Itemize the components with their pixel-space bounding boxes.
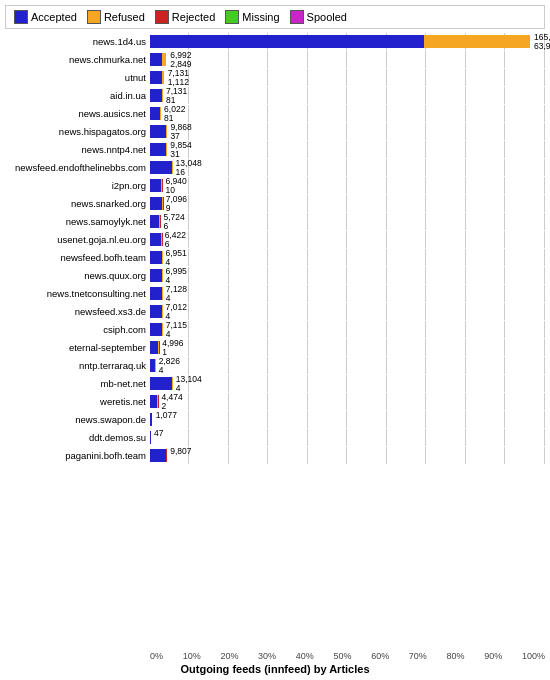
grid-bg bbox=[150, 267, 545, 284]
bar-accepted bbox=[150, 287, 162, 300]
row-label: csiph.com bbox=[5, 324, 150, 335]
row-label: eternal-september bbox=[5, 342, 150, 353]
row-label: newsfeed.bofh.team bbox=[5, 252, 150, 263]
bar-refused bbox=[162, 53, 167, 66]
row-label: aid.in.ua bbox=[5, 90, 150, 101]
rejected-label: Rejected bbox=[172, 11, 215, 23]
bar-refused bbox=[162, 269, 163, 282]
bar-accepted bbox=[150, 413, 152, 426]
grid-bg bbox=[150, 339, 545, 356]
bar-area: 7,0969 bbox=[150, 195, 545, 212]
bar-accepted bbox=[150, 197, 162, 210]
bar-area: 13,1044 bbox=[150, 375, 545, 392]
bar-area: 6,9954 bbox=[150, 267, 545, 284]
grid-bg bbox=[150, 285, 545, 302]
grid-bg bbox=[150, 177, 545, 194]
bars-wrapper bbox=[150, 341, 160, 354]
table-row: ddt.demos.su47 bbox=[5, 429, 545, 446]
grid-bg bbox=[150, 159, 545, 176]
table-row: i2pn.org6,94010 bbox=[5, 177, 545, 194]
bar-value-label: 13,04816 bbox=[176, 159, 202, 178]
bar-area: 6,94010 bbox=[150, 177, 545, 194]
row-label: news.hispagatos.org bbox=[5, 126, 150, 137]
row-label: news.swapon.de bbox=[5, 414, 150, 425]
bar-refused bbox=[155, 359, 156, 372]
table-row: weretis.net4,4742 bbox=[5, 393, 545, 410]
bar-refused bbox=[162, 323, 163, 336]
table-row: usenet.goja.nl.eu.org6,4226 bbox=[5, 231, 545, 248]
bar-refused bbox=[162, 305, 163, 318]
bar-area: 7,0124 bbox=[150, 303, 545, 320]
grid-bg bbox=[150, 123, 545, 140]
axis-ticks: 0%10%20%30%40%50%60%70%80%90%100% bbox=[150, 651, 545, 661]
row-label: newsfeed.xs3.de bbox=[5, 306, 150, 317]
accepted-label: Accepted bbox=[31, 11, 77, 23]
bar-value-label: 6,02281 bbox=[164, 105, 185, 124]
table-row: newsfeed.endofthelinebbs.com13,04816 bbox=[5, 159, 545, 176]
bar-accepted bbox=[150, 377, 172, 390]
bars-wrapper bbox=[150, 305, 163, 318]
bar-area: 7,1284 bbox=[150, 285, 545, 302]
bars-wrapper bbox=[150, 107, 161, 120]
legend-rejected: Rejected bbox=[155, 10, 215, 24]
bar-accepted bbox=[150, 269, 162, 282]
missing-label: Missing bbox=[242, 11, 279, 23]
bar-rejected bbox=[159, 341, 160, 354]
grid-bg bbox=[150, 429, 545, 446]
bar-value-label: 6,9954 bbox=[166, 267, 187, 286]
rejected-color-box bbox=[155, 10, 169, 24]
axis-tick: 10% bbox=[183, 651, 201, 661]
bars-wrapper bbox=[150, 53, 166, 66]
grid-bg bbox=[150, 87, 545, 104]
table-row: newsfeed.xs3.de7,0124 bbox=[5, 303, 545, 320]
table-row: news.tnetconsulting.net7,1284 bbox=[5, 285, 545, 302]
row-label: utnut bbox=[5, 72, 150, 83]
table-row: news.1d4.us165,71163,973 bbox=[5, 33, 545, 50]
axis-tick: 0% bbox=[150, 651, 163, 661]
bars-wrapper bbox=[150, 35, 530, 48]
bar-refused bbox=[160, 107, 161, 120]
bar-area: 13,04816 bbox=[150, 159, 545, 176]
bar-area: 9,807 bbox=[150, 447, 545, 464]
bar-accepted bbox=[150, 431, 151, 444]
missing-color-box bbox=[225, 10, 239, 24]
table-row: paganini.bofh.team9,807 bbox=[5, 447, 545, 464]
bars-wrapper bbox=[150, 71, 164, 84]
table-row: csiph.com7,1154 bbox=[5, 321, 545, 338]
bars-wrapper bbox=[150, 269, 163, 282]
grid-bg bbox=[150, 249, 545, 266]
bar-accepted bbox=[150, 161, 172, 174]
bar-area: 7,13181 bbox=[150, 87, 545, 104]
bar-rejected bbox=[158, 395, 159, 408]
table-row: news.chmurka.net6,9922,849 bbox=[5, 51, 545, 68]
table-row: news.snarked.org7,0969 bbox=[5, 195, 545, 212]
row-label: mb-net.net bbox=[5, 378, 150, 389]
bar-value-label: 165,71163,973 bbox=[534, 33, 550, 52]
bar-accepted bbox=[150, 323, 162, 336]
bar-refused bbox=[162, 251, 163, 264]
grid-bg bbox=[150, 231, 545, 248]
bar-accepted bbox=[150, 215, 159, 228]
bar-area: 47 bbox=[150, 429, 545, 446]
bars-wrapper bbox=[150, 179, 163, 192]
legend-spooled: Spooled bbox=[290, 10, 347, 24]
row-label: news.ausics.net bbox=[5, 108, 150, 119]
bar-area: 4,9961 bbox=[150, 339, 545, 356]
refused-label: Refused bbox=[104, 11, 145, 23]
bar-accepted bbox=[150, 71, 162, 84]
row-label: news.tnetconsulting.net bbox=[5, 288, 150, 299]
axis-tick: 100% bbox=[522, 651, 545, 661]
bar-refused bbox=[424, 35, 530, 48]
bar-accepted bbox=[150, 449, 166, 462]
grid-bg bbox=[150, 213, 545, 230]
bar-refused bbox=[162, 71, 164, 84]
bar-accepted bbox=[150, 341, 158, 354]
grid-bg bbox=[150, 303, 545, 320]
bar-value-label: 4,9961 bbox=[162, 339, 183, 358]
row-label: news.chmurka.net bbox=[5, 54, 150, 65]
bars-wrapper bbox=[150, 215, 161, 228]
grid-bg bbox=[150, 393, 545, 410]
bar-value-label: 9,86837 bbox=[170, 123, 191, 142]
row-label: nntp.terraraq.uk bbox=[5, 360, 150, 371]
bar-area: 6,9514 bbox=[150, 249, 545, 266]
